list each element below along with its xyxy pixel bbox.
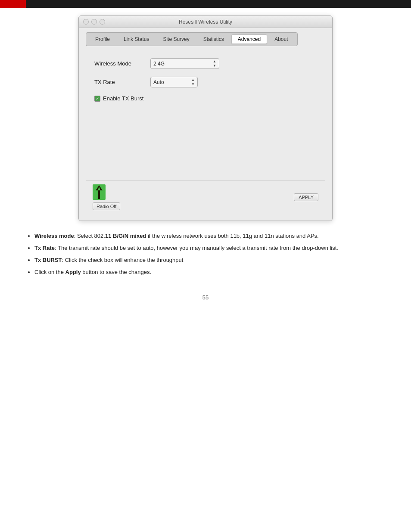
mac-body: Profile Link Status Site Survey Statisti… [79,28,332,221]
enable-tx-burst-row: ✓ Enable TX Burst [94,95,317,102]
tx-rate-label: TX Rate [94,79,150,85]
minimize-button[interactable] [91,19,97,25]
stepper-down-icon[interactable]: ▼ [213,64,216,68]
traffic-lights [83,19,105,25]
wireless-mode-stepper[interactable]: ▲ ▼ [213,59,216,68]
wireless-mode-row: Wireless Mode 2.4G ▲ ▼ [94,58,317,69]
radio-off-button[interactable]: Radio Off [93,202,120,210]
antenna-icon [93,184,106,200]
note-tx-burst: Tx BURST: Click the check box will enhan… [34,255,385,265]
tx-rate-row: TX Rate Auto ▲ ▼ [94,77,317,87]
tab-bar: Profile Link Status Site Survey Statisti… [86,32,298,46]
notes-section: Wireless mode: Select 802.11 B/G/N mixed… [17,231,394,277]
page-number: 55 [17,294,394,301]
tx-rate-stepper[interactable]: ▲ ▼ [191,78,195,86]
mac-window: Rosesill Wireless Utility Profile Link S… [78,16,333,221]
window-title: Rosesill Wireless Utility [179,19,232,25]
top-bar [0,0,411,8]
note-apply: Click on the Apply button to save the ch… [34,268,385,277]
tx-rate-value: Auto [153,79,164,85]
tab-link-status[interactable]: Link Status [117,34,156,44]
enable-tx-burst-label: Enable TX Burst [103,95,143,102]
advanced-content: Wireless Mode 2.4G ▲ ▼ TX Rate Auto [86,51,325,180]
apply-button[interactable]: APPLY [294,193,318,201]
close-button[interactable] [83,19,89,25]
page-content: Rosesill Wireless Utility Profile Link S… [0,8,411,309]
stepper-up-icon[interactable]: ▲ [191,78,195,82]
tx-rate-select[interactable]: Auto ▲ ▼ [150,77,198,87]
top-bar-red [0,0,26,8]
note-wireless-mode: Wireless mode: Select 802.11 B/G/N mixed… [34,231,385,241]
stepper-up-icon[interactable]: ▲ [213,59,216,64]
window-footer: Radio Off APPLY [86,180,325,214]
tab-about[interactable]: About [268,34,294,44]
top-bar-black [26,0,411,8]
tab-advanced[interactable]: Advanced [231,34,267,44]
wireless-mode-label: Wireless Mode [94,60,150,67]
maximize-button[interactable] [100,19,105,25]
mac-titlebar: Rosesill Wireless Utility [79,16,332,28]
tab-statistics[interactable]: Statistics [197,34,230,44]
stepper-down-icon[interactable]: ▼ [191,82,195,87]
svg-rect-3 [98,190,100,199]
note-tx-rate: Tx Rate: The transmit rate should be set… [34,243,385,253]
wireless-mode-select[interactable]: 2.4G ▲ ▼ [150,58,219,69]
tab-site-survey[interactable]: Site Survey [156,34,196,44]
tab-profile[interactable]: Profile [89,34,116,44]
enable-tx-burst-checkbox[interactable]: ✓ [94,96,100,102]
wireless-mode-value: 2.4G [153,61,165,67]
